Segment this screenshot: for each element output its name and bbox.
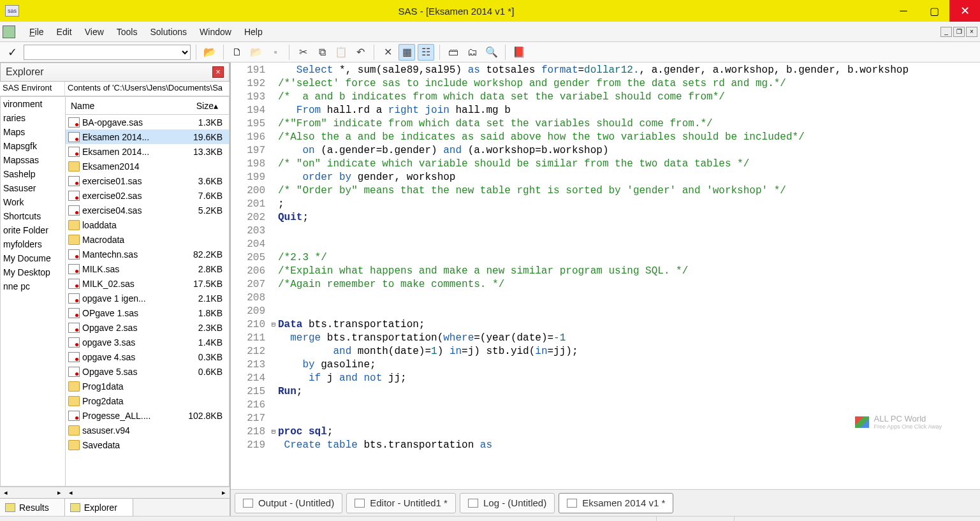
open-folder-icon[interactable]: 📂 <box>201 44 218 61</box>
submit-check-icon[interactable]: ✓ <box>4 45 21 59</box>
code-line[interactable]: 197 on (a.gender=b.gender) and (a.worksh… <box>231 144 980 158</box>
menu-window[interactable]: Window <box>193 24 238 40</box>
file-row[interactable]: sasuser.v94 <box>66 423 229 437</box>
editor-tab[interactable]: Output - (Untitled) <box>235 493 342 513</box>
find-icon[interactable]: 🔍 <box>483 44 500 61</box>
mdi-close-button[interactable]: × <box>966 27 977 37</box>
code-line[interactable]: 209 <box>231 305 980 318</box>
file-row[interactable]: exercise01.sas3.6KB <box>66 173 229 188</box>
file-row[interactable]: Eksamen 2014...13.3KB <box>66 144 229 159</box>
file-row[interactable]: Opgave 5.sas0.6KB <box>66 364 229 379</box>
hscroll-right-icon[interactable]: ▸ <box>218 488 230 497</box>
code-line[interactable]: 205/*2.3 */ <box>231 251 980 265</box>
hscroll-left-icon[interactable]: ◂ <box>0 488 11 497</box>
code-line[interactable]: 199 order by gender, workshop <box>231 171 980 184</box>
file-row[interactable]: exercise02.sas7.6KB <box>66 188 229 203</box>
file-row[interactable]: Opgave 2.sas2.3KB <box>66 320 229 335</box>
tree-item[interactable]: Sasuser <box>1 181 65 195</box>
panel-tab-results[interactable]: Results <box>0 499 65 516</box>
tree-item[interactable]: Work <box>1 195 65 209</box>
tree-item[interactable]: My Docume <box>1 251 65 265</box>
file-row[interactable]: Macrodata <box>66 232 229 247</box>
file-row[interactable]: opgave 1 igen...2.1KB <box>66 291 229 305</box>
code-line[interactable]: 204 <box>231 238 980 251</box>
code-line[interactable]: 206/*Explain what happens and make a new… <box>231 265 980 278</box>
file-list[interactable]: BA-opgave.sas1.3KBEksamen 2014...19.6KBE… <box>66 115 229 486</box>
tree-item[interactable]: Mapsgfk <box>1 139 65 153</box>
code-line[interactable]: 201; <box>231 198 980 211</box>
code-line[interactable]: 208 <box>231 291 980 305</box>
tree-item[interactable]: vironment <box>1 97 65 111</box>
file-row[interactable]: MILK_02.sas17.5KB <box>66 276 229 291</box>
save-icon[interactable]: ▪ <box>267 44 284 61</box>
help-book-icon[interactable]: 📕 <box>511 44 527 61</box>
tree-item[interactable]: Maps <box>1 125 65 139</box>
hscroll-left-icon[interactable]: ◂ <box>65 488 77 497</box>
file-row[interactable]: Mantechn.sas82.2KB <box>66 247 229 261</box>
code-line[interactable]: 213 by gasoline; <box>231 358 980 372</box>
scroll-up-icon[interactable]: ▴ <box>214 101 224 111</box>
file-row[interactable]: Progesse_ALL....102.8KB <box>66 408 229 423</box>
menu-solutions[interactable]: Solutions <box>143 24 193 40</box>
file-row[interactable]: exercise04.sas5.2KB <box>66 203 229 217</box>
tree-item[interactable]: raries <box>1 111 65 125</box>
tree-view-icon[interactable]: ☷ <box>418 44 434 61</box>
file-row[interactable]: Eksamen 2014...19.6KB <box>66 129 229 144</box>
maximize-button[interactable]: ▢ <box>919 0 949 22</box>
tree-item[interactable]: My Desktop <box>1 265 65 279</box>
grid-view-icon[interactable]: ▦ <box>399 44 415 61</box>
clear-icon[interactable]: ✕ <box>379 44 396 61</box>
code-line[interactable]: 210⊟Data bts.transportation; <box>231 318 980 332</box>
menu-file[interactable]: File <box>23 24 50 40</box>
file-row[interactable]: BA-opgave.sas1.3KB <box>66 115 229 129</box>
library-icon[interactable]: 🗃 <box>445 44 462 61</box>
menu-tools[interactable]: Tools <box>110 24 144 40</box>
close-button[interactable]: ✕ <box>949 0 980 22</box>
col-size[interactable]: Size <box>168 101 214 111</box>
explorer-toggle-icon[interactable]: 🗂 <box>464 44 481 61</box>
code-line[interactable]: 211 merge bts.transportation(where=(year… <box>231 332 980 345</box>
file-row[interactable]: Savedata <box>66 437 229 452</box>
file-row[interactable]: Prog2data <box>66 393 229 408</box>
code-line[interactable]: 200/* "Order by" means that the new tabl… <box>231 184 980 198</box>
code-line[interactable]: 217 <box>231 412 980 425</box>
menu-help[interactable]: Help <box>238 24 269 40</box>
code-line[interactable]: 195/*"From" indicate from which data set… <box>231 117 980 131</box>
code-line[interactable]: 212 and month(date)=1) in=j) stb.yid(in=… <box>231 345 980 358</box>
mdi-minimize-button[interactable]: _ <box>940 27 952 37</box>
copy-icon[interactable]: ⧉ <box>314 44 330 61</box>
hscroll-right-icon[interactable]: ▸ <box>54 488 65 497</box>
file-row[interactable]: opgave 3.sas1.4KB <box>66 335 229 349</box>
file-row[interactable]: MILK.sas2.8KB <box>66 261 229 276</box>
file-list-header[interactable]: Name Size ▴ <box>66 97 229 115</box>
tree-item[interactable]: Mapssas <box>1 153 65 167</box>
code-line[interactable]: 203 <box>231 224 980 238</box>
file-row[interactable]: Eksamen2014 <box>66 159 229 173</box>
file-row[interactable]: OPgave 1.sas1.8KB <box>66 305 229 320</box>
editor-tab[interactable]: Log - (Untitled) <box>460 493 555 513</box>
code-line[interactable]: 214 if j and not jj; <box>231 372 980 385</box>
explorer-close-icon[interactable]: × <box>212 66 224 78</box>
code-line[interactable]: 198/* "on" indicate which variable shoul… <box>231 158 980 171</box>
editor-tab[interactable]: Eksamen 2014 v1 * <box>559 493 673 513</box>
tree-item[interactable]: myfolders <box>1 237 65 251</box>
new-file-icon[interactable]: 🗋 <box>229 44 245 61</box>
code-line[interactable]: 219 Create table bts.transportation as <box>231 439 980 452</box>
code-line[interactable]: 192/*'select' force sas to include works… <box>231 77 980 91</box>
file-row[interactable]: opgave 4.sas0.3KB <box>66 349 229 364</box>
code-line[interactable]: 194 From hall.rd a right join hall.mg b <box>231 104 980 117</box>
code-editor[interactable]: 191 Select *, sum(sale89,sal95) as totsa… <box>231 62 980 516</box>
menu-edit[interactable]: Edit <box>50 24 78 40</box>
undo-icon[interactable]: ↶ <box>352 44 369 61</box>
env-tree-list[interactable]: vironmentrariesMapsMapsgfkMapssasSashelp… <box>1 97 66 486</box>
tree-item[interactable]: Shortcuts <box>1 209 65 223</box>
file-row[interactable]: loaddata <box>66 217 229 232</box>
col-name[interactable]: Name <box>71 101 168 111</box>
minimize-button[interactable]: ─ <box>888 0 919 22</box>
editor-tab[interactable]: Editor - Untitled1 * <box>346 493 456 513</box>
code-line[interactable]: 196/*Also the a and be indicates as said… <box>231 131 980 144</box>
code-line[interactable]: 218⊟proc sql; <box>231 425 980 439</box>
code-line[interactable]: 215Run; <box>231 385 980 399</box>
open-icon[interactable]: 📂 <box>248 44 265 61</box>
tree-item[interactable]: nne pc <box>1 279 65 293</box>
